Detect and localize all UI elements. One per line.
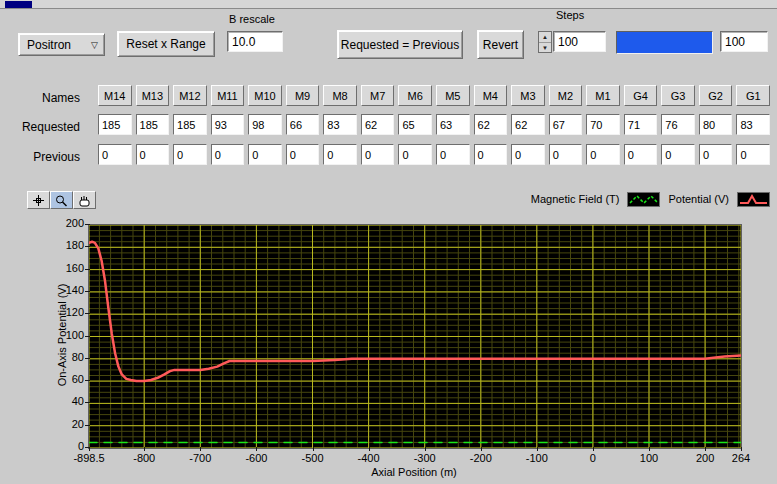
previous-cell-8: 0 (398, 144, 432, 165)
dropdown-arrow-icon: ▽ (91, 40, 104, 50)
names-cell-8: M6 (398, 85, 432, 106)
requested-cell-14[interactable]: 71 (624, 114, 658, 135)
x-axis-title: Axial Position (m) (314, 466, 514, 478)
y-tick-label-180: 180 (38, 239, 84, 251)
names-cell-9: M5 (436, 85, 470, 106)
requested-cell-2[interactable]: 185 (173, 114, 207, 135)
previous-cell-5: 0 (286, 144, 320, 165)
previous-cell-4: 0 (248, 144, 282, 165)
previous-cell-13: 0 (586, 144, 620, 165)
plot-frame (88, 224, 742, 449)
x-tick-label--100: -100 (507, 452, 567, 464)
previous-cell-10: 0 (474, 144, 508, 165)
steps-input[interactable] (553, 31, 606, 52)
names-cell-0: M14 (98, 85, 132, 106)
requested-row-label: Requested (0, 120, 80, 134)
requested-cell-0[interactable]: 185 (98, 114, 132, 135)
previous-cell-3: 0 (211, 144, 245, 165)
x-tick-label--400: -400 (339, 452, 399, 464)
requested-cell-1[interactable]: 185 (136, 114, 170, 135)
requested-cell-7[interactable]: 62 (361, 114, 395, 135)
requested-cell-16[interactable]: 80 (699, 114, 733, 135)
y-tick-label-0: 0 (38, 440, 84, 452)
previous-cell-0: 0 (98, 144, 132, 165)
previous-cell-2: 0 (173, 144, 207, 165)
x-tick-label-0: 0 (563, 452, 623, 464)
requested-cell-11[interactable]: 62 (511, 114, 545, 135)
steps-label: Steps (556, 9, 584, 21)
requested-cell-10[interactable]: 62 (474, 114, 508, 135)
particle-type-dropdown[interactable]: Positron ▽ (18, 33, 105, 56)
requested-cell-13[interactable]: 70 (586, 114, 620, 135)
requested-cell-3[interactable]: 93 (211, 114, 245, 135)
requested-row: 185185185939866836265636262677071768083 (98, 114, 770, 135)
requested-cell-5[interactable]: 66 (286, 114, 320, 135)
requested-cell-8[interactable]: 65 (398, 114, 432, 135)
names-cell-15: G3 (661, 85, 695, 106)
reset-x-range-button[interactable]: Reset x Range (117, 31, 215, 57)
revert-button[interactable]: Revert (477, 30, 524, 59)
names-row: M14M13M12M11M10M9M8M7M6M5M4M3M2M1G4G3G2G… (98, 85, 770, 106)
previous-cell-11: 0 (511, 144, 545, 165)
previous-cell-17: 0 (736, 144, 770, 165)
legend-swatch-potential[interactable] (737, 192, 770, 207)
previous-cell-7: 0 (361, 144, 395, 165)
previous-cell-12: 0 (549, 144, 583, 165)
x-tick-label-100: 100 (619, 452, 679, 464)
requested-cell-15[interactable]: 76 (661, 114, 695, 135)
requested-cell-9[interactable]: 63 (436, 114, 470, 135)
top-strip (0, 0, 777, 9)
previous-cell-6: 0 (323, 144, 357, 165)
previous-cell-1: 0 (136, 144, 170, 165)
x-tick-label--700: -700 (170, 452, 230, 464)
legend-swatch-magnetic-field[interactable] (627, 192, 660, 207)
previous-row: 000000000000000000 (98, 144, 770, 165)
previous-row-label: Previous (0, 150, 80, 164)
y-axis-title: On-Axis Potential (V) (56, 269, 68, 401)
zoom-icon[interactable] (50, 191, 73, 209)
names-cell-16: G2 (699, 85, 733, 106)
window-tab (5, 1, 32, 8)
names-cell-14: G4 (624, 85, 658, 106)
labview-front-panel: Positron ▽ Reset x Range B rescale Reque… (0, 0, 777, 484)
requested-cell-4[interactable]: 98 (248, 114, 282, 135)
previous-cell-9: 0 (436, 144, 470, 165)
requested-cell-17[interactable]: 83 (736, 114, 770, 135)
b-rescale-label: B rescale (229, 13, 275, 25)
names-cell-13: M1 (586, 85, 620, 106)
names-row-label: Names (0, 91, 80, 105)
y-tick-label-200: 200 (38, 217, 84, 229)
pan-icon[interactable] (73, 191, 96, 209)
steps-progress-bar[interactable] (616, 31, 713, 54)
legend-label-potential: Potential (V) (668, 193, 729, 205)
requested-cell-12[interactable]: 67 (549, 114, 583, 135)
names-cell-1: M13 (136, 85, 170, 106)
plot-legend: Magnetic Field (T) Potential (V) (531, 190, 770, 208)
names-cell-5: M9 (286, 85, 320, 106)
x-tick-label--300: -300 (395, 452, 455, 464)
graph-tool-palette (27, 191, 96, 209)
steps-spinner: ▲ ▼ (538, 31, 552, 53)
names-cell-17: G1 (736, 85, 770, 106)
names-cell-6: M8 (323, 85, 357, 106)
spinner-up-icon[interactable]: ▲ (539, 32, 551, 43)
x-tick-label-200: 200 (675, 452, 735, 464)
crosshair-icon[interactable] (27, 191, 50, 209)
requested-equals-previous-button[interactable]: Requested = Previous (337, 30, 463, 59)
x-tick-label--500: -500 (283, 452, 343, 464)
spinner-down-icon[interactable]: ▼ (539, 43, 551, 53)
names-cell-7: M7 (361, 85, 395, 106)
magnetic-field-sample-icon (628, 193, 659, 206)
requested-cell-6[interactable]: 83 (323, 114, 357, 135)
b-rescale-input[interactable] (227, 31, 283, 52)
names-cell-10: M4 (474, 85, 508, 106)
particle-type-value: Positron (19, 38, 91, 52)
y-tick-label-20: 20 (38, 418, 84, 430)
x-tick-label--800: -800 (114, 452, 174, 464)
progress-readout-input[interactable] (720, 31, 768, 52)
x-tick-label--600: -600 (226, 452, 286, 464)
legend-sample-line-0 (630, 196, 657, 203)
x-tick-label--200: -200 (451, 452, 511, 464)
previous-cell-14: 0 (624, 144, 658, 165)
plot-svg[interactable] (89, 225, 741, 448)
